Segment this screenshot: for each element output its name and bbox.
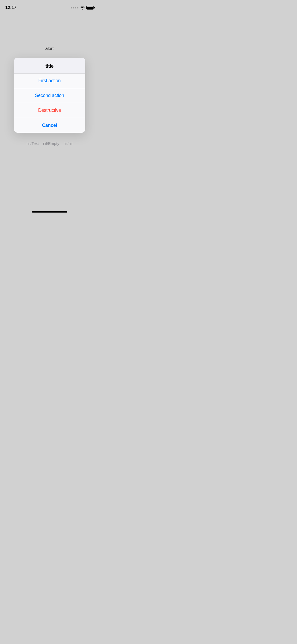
cancel-action-label: Cancel <box>42 123 57 128</box>
main-content: alert title First action Second action D… <box>0 12 99 146</box>
cancel-action-button[interactable]: Cancel <box>14 118 85 133</box>
bottom-labels: nil/Text nil/Empty nil/nil <box>26 141 73 146</box>
status-icons <box>71 6 94 10</box>
destructive-action-button[interactable]: Destructive <box>14 103 85 118</box>
alert-page-label: alert <box>45 46 54 51</box>
home-indicator <box>32 211 67 213</box>
bottom-label-1: nil/Empty <box>43 141 59 146</box>
alert-dialog: title First action Second action Destruc… <box>14 58 85 133</box>
bottom-label-0: nil/Text <box>26 141 39 146</box>
status-time: 12:17 <box>5 5 16 10</box>
wifi-icon <box>80 6 85 10</box>
signal-icon <box>71 7 78 8</box>
second-action-button[interactable]: Second action <box>14 88 85 103</box>
status-bar: 12:17 <box>0 0 99 12</box>
destructive-action-label: Destructive <box>38 108 61 113</box>
battery-icon <box>86 6 94 10</box>
first-action-button[interactable]: First action <box>14 73 85 88</box>
second-action-label: Second action <box>35 93 64 98</box>
bottom-label-2: nil/nil <box>64 141 73 146</box>
alert-header: title <box>14 58 85 73</box>
alert-title: title <box>45 63 54 69</box>
first-action-label: First action <box>38 78 60 84</box>
